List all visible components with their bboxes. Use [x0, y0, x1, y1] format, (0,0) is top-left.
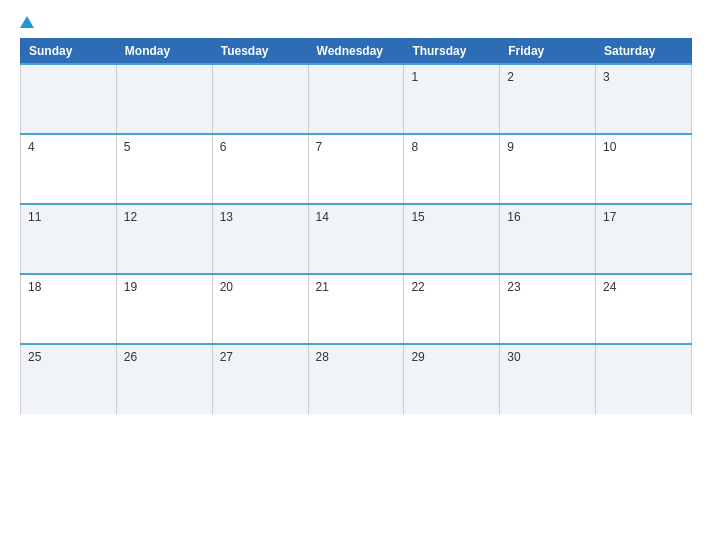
day-number: 9: [507, 140, 514, 154]
calendar-day-17: 17: [596, 204, 692, 274]
calendar-day-empty: [21, 64, 117, 134]
calendar-day-19: 19: [116, 274, 212, 344]
weekday-header-saturday: Saturday: [596, 39, 692, 65]
logo: [20, 16, 38, 28]
calendar-day-23: 23: [500, 274, 596, 344]
weekday-header-thursday: Thursday: [404, 39, 500, 65]
calendar-day-14: 14: [308, 204, 404, 274]
calendar-day-empty: [596, 344, 692, 414]
calendar-day-22: 22: [404, 274, 500, 344]
calendar-day-empty: [212, 64, 308, 134]
day-number: 30: [507, 350, 520, 364]
day-number: 13: [220, 210, 233, 224]
logo-triangle-icon: [20, 16, 34, 28]
day-number: 4: [28, 140, 35, 154]
day-number: 11: [28, 210, 41, 224]
calendar-day-3: 3: [596, 64, 692, 134]
calendar-day-empty: [116, 64, 212, 134]
day-number: 29: [411, 350, 424, 364]
calendar-day-29: 29: [404, 344, 500, 414]
calendar-day-4: 4: [21, 134, 117, 204]
calendar-day-26: 26: [116, 344, 212, 414]
calendar-day-24: 24: [596, 274, 692, 344]
day-number: 12: [124, 210, 137, 224]
day-number: 2: [507, 70, 514, 84]
calendar-day-20: 20: [212, 274, 308, 344]
calendar-header: SundayMondayTuesdayWednesdayThursdayFrid…: [21, 39, 692, 65]
day-number: 10: [603, 140, 616, 154]
day-number: 18: [28, 280, 41, 294]
weekday-header-wednesday: Wednesday: [308, 39, 404, 65]
calendar-week-row: 123: [21, 64, 692, 134]
day-number: 16: [507, 210, 520, 224]
calendar-day-15: 15: [404, 204, 500, 274]
calendar-week-row: 11121314151617: [21, 204, 692, 274]
calendar-day-12: 12: [116, 204, 212, 274]
calendar-day-8: 8: [404, 134, 500, 204]
day-number: 3: [603, 70, 610, 84]
calendar-day-25: 25: [21, 344, 117, 414]
day-number: 7: [316, 140, 323, 154]
calendar-week-row: 18192021222324: [21, 274, 692, 344]
calendar-day-7: 7: [308, 134, 404, 204]
calendar-day-11: 11: [21, 204, 117, 274]
weekday-header-sunday: Sunday: [21, 39, 117, 65]
calendar-day-16: 16: [500, 204, 596, 274]
weekday-header-row: SundayMondayTuesdayWednesdayThursdayFrid…: [21, 39, 692, 65]
calendar-table: SundayMondayTuesdayWednesdayThursdayFrid…: [20, 38, 692, 414]
day-number: 5: [124, 140, 131, 154]
weekday-header-tuesday: Tuesday: [212, 39, 308, 65]
calendar-day-27: 27: [212, 344, 308, 414]
calendar-day-1: 1: [404, 64, 500, 134]
calendar-week-row: 45678910: [21, 134, 692, 204]
day-number: 23: [507, 280, 520, 294]
calendar-day-empty: [308, 64, 404, 134]
calendar-day-21: 21: [308, 274, 404, 344]
day-number: 15: [411, 210, 424, 224]
calendar-day-28: 28: [308, 344, 404, 414]
day-number: 25: [28, 350, 41, 364]
header: [20, 16, 692, 28]
weekday-header-friday: Friday: [500, 39, 596, 65]
day-number: 26: [124, 350, 137, 364]
calendar-day-30: 30: [500, 344, 596, 414]
day-number: 27: [220, 350, 233, 364]
calendar-body: 1234567891011121314151617181920212223242…: [21, 64, 692, 414]
calendar-day-2: 2: [500, 64, 596, 134]
day-number: 8: [411, 140, 418, 154]
calendar-day-10: 10: [596, 134, 692, 204]
day-number: 28: [316, 350, 329, 364]
calendar-day-13: 13: [212, 204, 308, 274]
day-number: 6: [220, 140, 227, 154]
day-number: 20: [220, 280, 233, 294]
weekday-header-monday: Monday: [116, 39, 212, 65]
day-number: 21: [316, 280, 329, 294]
day-number: 19: [124, 280, 137, 294]
calendar-day-18: 18: [21, 274, 117, 344]
calendar-day-5: 5: [116, 134, 212, 204]
day-number: 1: [411, 70, 418, 84]
calendar-day-6: 6: [212, 134, 308, 204]
page: SundayMondayTuesdayWednesdayThursdayFrid…: [0, 0, 712, 550]
day-number: 14: [316, 210, 329, 224]
calendar-week-row: 252627282930: [21, 344, 692, 414]
logo-blue-row: [20, 16, 38, 28]
calendar-day-9: 9: [500, 134, 596, 204]
day-number: 24: [603, 280, 616, 294]
day-number: 17: [603, 210, 616, 224]
day-number: 22: [411, 280, 424, 294]
